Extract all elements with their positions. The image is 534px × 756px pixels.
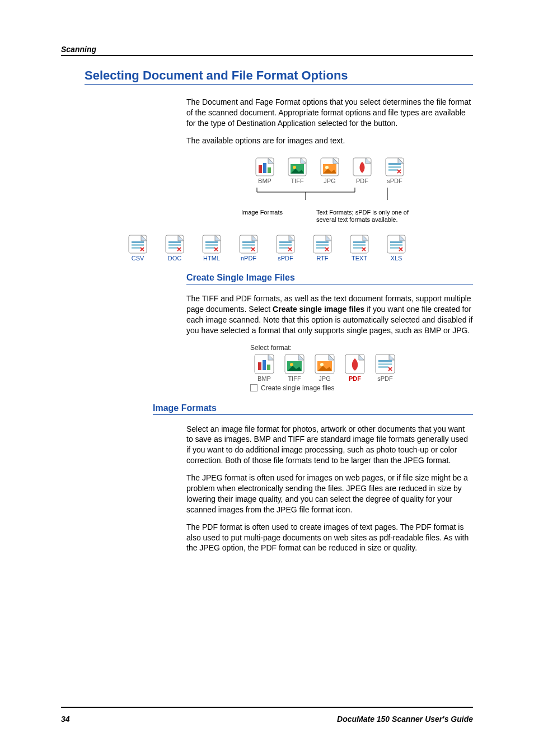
sub1-body: The TIFF and PDF formats, as well as the… xyxy=(186,293,473,336)
format-spdf2: sPDF xyxy=(273,235,298,262)
page-number: 34 xyxy=(61,715,70,724)
title-rule xyxy=(85,84,473,85)
bmp-icon xyxy=(254,354,274,374)
text-icon xyxy=(350,235,369,254)
svg-rect-2 xyxy=(263,163,266,173)
sub2-p3: The PDF format is often used to create i… xyxy=(186,522,473,554)
spdf-icon xyxy=(375,354,395,374)
svg-rect-39 xyxy=(279,247,288,249)
csv-icon xyxy=(128,235,147,254)
panel-spdf[interactable]: sPDF xyxy=(371,354,399,382)
rtf-icon xyxy=(313,235,332,254)
svg-rect-49 xyxy=(390,241,402,243)
doc-icon xyxy=(165,235,184,254)
pdf-icon xyxy=(345,354,365,374)
panel-jpg[interactable]: JPG xyxy=(311,354,339,382)
format-rtf: RTF xyxy=(310,235,335,262)
svg-rect-27 xyxy=(168,247,177,249)
format-pdf: PDF xyxy=(350,157,374,184)
svg-rect-1 xyxy=(259,165,262,173)
header-rule xyxy=(61,55,473,56)
intro-paragraph-2: The available options are for images and… xyxy=(186,136,473,146)
format-tree-diagram: Image Formats Text Formats; sPDF is only… xyxy=(186,188,473,223)
sub1-heading: Create Single Image Files xyxy=(186,273,473,283)
svg-rect-33 xyxy=(242,241,255,243)
page-title: Selecting Document and File Format Optio… xyxy=(85,68,473,83)
footer-rule xyxy=(61,707,473,708)
top-format-row: BMP TIFF JPG PDF sPDF xyxy=(186,157,473,184)
panel-bmp[interactable]: BMP xyxy=(250,354,278,382)
svg-rect-65 xyxy=(378,363,392,365)
svg-rect-30 xyxy=(205,244,218,246)
format-tiff: TIFF xyxy=(285,157,310,184)
spdf2-icon xyxy=(276,235,295,254)
svg-rect-34 xyxy=(242,244,255,246)
sub2-rule xyxy=(153,414,473,415)
npdf-icon xyxy=(239,235,258,254)
svg-rect-55 xyxy=(267,365,270,370)
tree-label-left: Image Formats xyxy=(231,209,283,223)
jpg-icon xyxy=(315,354,335,374)
svg-rect-12 xyxy=(388,163,401,165)
svg-rect-41 xyxy=(316,241,329,243)
svg-rect-35 xyxy=(242,247,251,249)
format-csv: CSV xyxy=(125,235,150,262)
svg-rect-14 xyxy=(388,169,397,171)
svg-rect-46 xyxy=(353,244,366,246)
svg-rect-29 xyxy=(205,241,218,243)
all-format-row: CSV DOC HTML nPDF sPDF RTF TEXT XLS xyxy=(61,235,473,262)
jpg-icon xyxy=(320,157,339,176)
format-npdf: nPDF xyxy=(236,235,261,262)
svg-rect-38 xyxy=(279,244,292,246)
format-jpg: JPG xyxy=(317,157,342,184)
svg-rect-43 xyxy=(316,247,325,249)
book-title: DocuMate 150 Scanner User's Guide xyxy=(337,715,473,724)
create-single-files-checkbox-row: Create single image files xyxy=(250,384,409,392)
svg-rect-66 xyxy=(378,366,388,368)
sub2-p1: Select an image file format for photos, … xyxy=(186,424,473,466)
svg-rect-53 xyxy=(258,362,261,370)
spdf-icon xyxy=(385,157,404,176)
svg-rect-47 xyxy=(353,247,362,249)
pdf-icon xyxy=(353,157,372,176)
xls-icon xyxy=(387,235,406,254)
tiff-icon xyxy=(284,354,305,374)
panel-pdf[interactable]: PDF xyxy=(341,354,369,382)
sub2-heading: Image Formats xyxy=(153,403,473,413)
format-xls: XLS xyxy=(384,235,409,262)
svg-rect-3 xyxy=(268,167,271,173)
svg-rect-23 xyxy=(132,247,140,249)
format-spdf: sPDF xyxy=(382,157,407,184)
bmp-icon xyxy=(255,157,274,176)
svg-rect-64 xyxy=(378,360,392,362)
panel-title: Select format: xyxy=(250,344,409,352)
panel-tiff[interactable]: TIFF xyxy=(280,354,308,382)
format-html: HTML xyxy=(199,235,224,262)
svg-rect-51 xyxy=(390,247,399,249)
svg-rect-13 xyxy=(388,166,401,168)
svg-rect-45 xyxy=(353,241,366,243)
select-format-panel: Select format: BMP TIFF JPG PDF sPDF Cre… xyxy=(250,344,409,392)
intro-paragraph-1: The Document and Fage Format options tha… xyxy=(186,97,473,129)
svg-rect-42 xyxy=(316,244,329,246)
svg-rect-50 xyxy=(390,244,402,246)
svg-rect-25 xyxy=(168,241,181,243)
svg-rect-26 xyxy=(168,244,181,246)
sub1-rule xyxy=(186,284,473,284)
format-text: TEXT xyxy=(347,235,372,262)
html-icon xyxy=(202,235,221,254)
format-bmp: BMP xyxy=(252,157,277,184)
tree-label-right: Text Formats; sPDF is only one of severa… xyxy=(316,209,428,223)
tiff-icon xyxy=(288,157,307,176)
svg-rect-37 xyxy=(279,241,292,243)
svg-rect-22 xyxy=(132,244,144,246)
svg-rect-21 xyxy=(132,241,144,243)
sub2-p2: The JPEG format is often used for images… xyxy=(186,473,473,515)
create-single-files-checkbox[interactable] xyxy=(250,384,257,391)
header-section: Scanning xyxy=(61,45,473,54)
svg-rect-31 xyxy=(205,247,214,249)
format-doc: DOC xyxy=(162,235,187,262)
create-single-files-label: Create single image files xyxy=(261,384,334,392)
svg-rect-54 xyxy=(263,360,266,370)
